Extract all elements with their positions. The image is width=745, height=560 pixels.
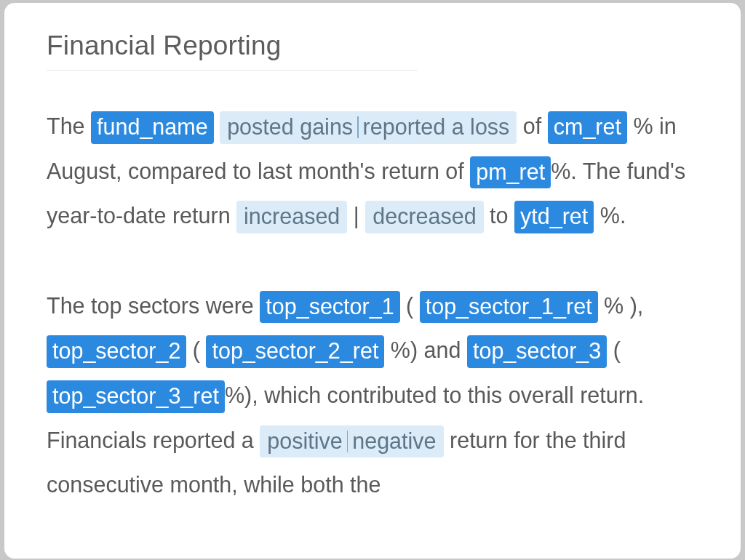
- option-posted-gains: posted gains: [227, 114, 353, 139]
- text: of: [517, 113, 547, 138]
- variable-top-sector-2[interactable]: top_sector_2: [47, 335, 186, 368]
- text: to: [484, 203, 509, 228]
- option-group-pos-neg[interactable]: positivenegative: [260, 425, 443, 458]
- variable-top-sector-3[interactable]: top_sector_3: [467, 335, 607, 368]
- text: (: [400, 293, 420, 318]
- variable-top-sector-3-ret[interactable]: top_sector_3_ret: [47, 380, 225, 413]
- text: The: [47, 113, 91, 138]
- variable-ytd-ret[interactable]: ytd_ret: [514, 201, 594, 233]
- variable-fund-name[interactable]: fund_name: [91, 111, 214, 144]
- text: % ),: [598, 293, 644, 318]
- document-card: Financial Reporting The fund_name posted…: [4, 3, 741, 559]
- variable-top-sector-2-ret[interactable]: top_sector_2_ret: [206, 335, 384, 368]
- variable-top-sector-1-ret[interactable]: top_sector_1_ret: [420, 291, 598, 324]
- text: (: [186, 337, 206, 362]
- option-separator: [347, 431, 348, 452]
- text: The top sectors were: [47, 293, 260, 318]
- variable-pm-ret[interactable]: pm_ret: [470, 156, 551, 189]
- paragraph-2: The top sectors were top_sector_1 ( top_…: [47, 284, 698, 508]
- option-separator: [357, 116, 359, 138]
- option-decreased[interactable]: decreased: [365, 201, 483, 233]
- page-title: Financial Reporting: [47, 31, 418, 71]
- option-group-gain-loss[interactable]: posted gainsreported a loss: [220, 111, 517, 144]
- variable-cm-ret[interactable]: cm_ret: [548, 111, 627, 144]
- option-positive: positive: [267, 428, 342, 453]
- option-increased[interactable]: increased: [236, 201, 347, 233]
- text: %) and: [384, 337, 467, 362]
- document-body: The fund_name posted gainsreported a los…: [47, 104, 698, 508]
- option-reported-loss: reported a loss: [363, 114, 510, 139]
- text: |: [347, 203, 365, 228]
- paragraph-1: The fund_name posted gainsreported a los…: [47, 104, 698, 239]
- text: (: [607, 337, 621, 362]
- variable-top-sector-1[interactable]: top_sector_1: [260, 291, 399, 324]
- text: %.: [594, 203, 626, 228]
- option-negative: negative: [352, 428, 436, 453]
